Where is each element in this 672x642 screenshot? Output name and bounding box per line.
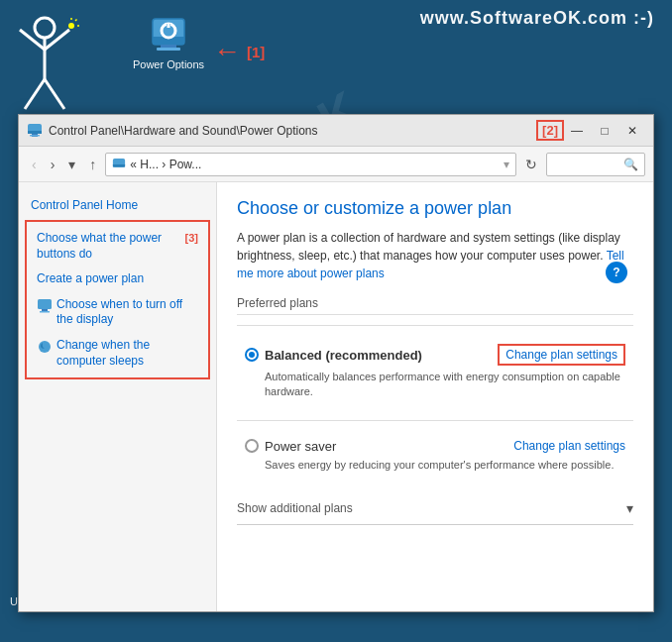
svg-rect-16 — [168, 23, 170, 28]
power-options-window: Control Panel\Hardware and Sound\Power O… — [18, 114, 654, 612]
balanced-plan-item: Balanced (recommended) Change plan setti… — [237, 336, 633, 408]
title-bar-icon — [27, 123, 43, 139]
window-controls: — □ ✕ — [564, 120, 645, 142]
power-saver-plan-name: Power saver — [265, 439, 336, 454]
balanced-plan-name: Balanced (recommended) — [265, 348, 422, 363]
power-saver-plan-header-left: Power saver — [245, 439, 336, 454]
preferred-plans-label: Preferred plans — [237, 296, 633, 315]
svg-line-4 — [25, 79, 45, 109]
plans-divider — [237, 325, 633, 326]
annotation-3-label: [3] — [185, 231, 198, 245]
sleep-icon — [37, 339, 53, 355]
svg-rect-25 — [40, 311, 50, 313]
window-content: Control Panel Home Choose what the power… — [19, 182, 653, 611]
arrow-icon: ← — [213, 38, 241, 65]
svg-rect-13 — [157, 48, 180, 51]
svg-point-0 — [35, 18, 55, 38]
svg-point-6 — [68, 23, 74, 29]
sidebar-links-group: Choose what the power buttons do [3] Cre… — [25, 220, 210, 379]
svg-line-5 — [45, 79, 64, 109]
control-panel-home-link[interactable]: Control Panel Home — [19, 192, 216, 220]
sidebar-link-power-buttons[interactable]: Choose what the power buttons do [3] — [27, 226, 208, 267]
svg-rect-18 — [28, 131, 42, 134]
desktop-icon-label: Power Options — [133, 58, 204, 70]
window-title: Control Panel\Hardware and Sound\Power O… — [49, 124, 528, 138]
search-box[interactable]: 🔍 — [546, 153, 645, 176]
address-bar[interactable]: « H... › Pow... ▾ — [105, 153, 516, 176]
stick-figure — [10, 10, 79, 109]
sidebar-link-label-3: Change when the computer sleeps — [56, 338, 198, 369]
power-saver-plan-desc: Saves energy by reducing your computer's… — [265, 458, 625, 473]
plans-divider-2 — [237, 420, 633, 421]
svg-line-2 — [20, 30, 45, 50]
preferred-plans-header: Preferred plans — [237, 296, 633, 315]
balanced-plan-radio[interactable] — [245, 348, 259, 362]
search-placeholder: 🔍 — [623, 158, 638, 171]
svg-point-26 — [39, 341, 51, 353]
maximize-button[interactable]: □ — [592, 120, 617, 142]
monitor-icon — [37, 298, 53, 314]
minimize-button[interactable]: — — [564, 120, 590, 142]
power-options-desktop-icon[interactable]: Power Options — [129, 15, 208, 70]
sidebar-link-create-plan[interactable]: Create a power plan — [27, 267, 208, 292]
svg-line-9 — [75, 20, 77, 22]
panel-desc-text: A power plan is a collection of hardware… — [237, 231, 620, 263]
sidebar: Control Panel Home Choose what the power… — [19, 182, 217, 611]
recent-pages-button[interactable]: ▾ — [63, 155, 80, 174]
title-bar: Control Panel\Hardware and Sound\Power O… — [19, 115, 653, 147]
panel-description: A power plan is a collection of hardware… — [237, 229, 633, 282]
svg-rect-20 — [30, 135, 40, 137]
show-additional-plans[interactable]: Show additional plans ▾ — [237, 492, 633, 525]
back-button[interactable]: ‹ — [27, 155, 42, 174]
svg-rect-22 — [113, 164, 125, 167]
svg-line-3 — [45, 30, 69, 50]
panel-title: Choose or customize a power plan — [237, 198, 633, 219]
help-button[interactable]: ? — [606, 262, 627, 283]
svg-rect-23 — [38, 299, 52, 309]
sidebar-link-turn-off-display[interactable]: Choose when to turn off the display — [27, 292, 208, 333]
power-saver-plan-header: Power saver Change plan settings — [245, 439, 625, 454]
power-saver-change-plan-link[interactable]: Change plan settings — [513, 439, 625, 453]
balanced-plan-header: Balanced (recommended) Change plan setti… — [245, 344, 625, 366]
arrow-annotation: ← [1] — [213, 38, 265, 65]
main-panel: Choose or customize a power plan A power… — [217, 182, 653, 611]
sidebar-link-label-1: Create a power plan — [37, 271, 144, 287]
up-button[interactable]: ↑ — [84, 155, 101, 174]
power-icon — [149, 15, 188, 54]
nav-bar: ‹ › ▾ ↑ « H... › Pow... ▾ ↻ 🔍 — [19, 147, 653, 182]
power-saver-plan-radio[interactable] — [245, 439, 259, 453]
show-more-label: Show additional plans — [237, 501, 353, 515]
sidebar-link-computer-sleeps[interactable]: Change when the computer sleeps — [27, 333, 208, 374]
annotation-2-label: [2] — [536, 120, 564, 141]
sidebar-link-label-2: Choose when to turn off the display — [56, 297, 198, 328]
sidebar-link-label-0: Choose what the power buttons do — [37, 231, 177, 262]
balanced-plan-desc: Automatically balances performance with … — [265, 370, 625, 400]
power-saver-plan-item: Power saver Change plan settings Saves e… — [237, 431, 633, 481]
balanced-plan-header-left: Balanced (recommended) — [245, 348, 422, 363]
watermark-text: www.SoftwareOK.com :-) — [420, 8, 654, 29]
balanced-change-plan-link[interactable]: Change plan settings — [498, 344, 625, 366]
address-icon — [112, 158, 126, 171]
address-text: « H... › Pow... — [130, 158, 201, 171]
desktop: www.SoftwareOK.com :-) SoftwareOK — [0, 0, 672, 642]
close-button[interactable]: ✕ — [619, 120, 645, 142]
forward-button[interactable]: › — [46, 155, 60, 174]
chevron-down-icon: ▾ — [626, 500, 633, 516]
refresh-button[interactable]: ↻ — [520, 155, 542, 174]
annotation-1-label: [1] — [247, 44, 265, 60]
